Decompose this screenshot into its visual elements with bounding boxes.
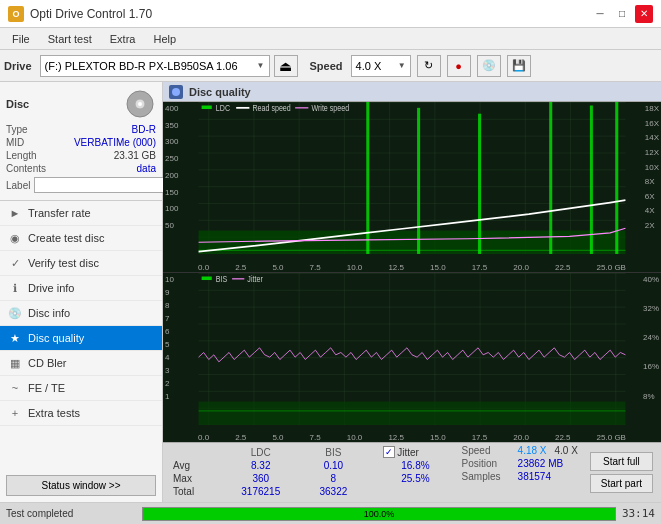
speed-current: 4.18 X (518, 445, 547, 456)
refresh-button[interactable]: ↻ (417, 55, 441, 77)
charts-container: LDC Read speed Write speed 400 350 300 2… (163, 102, 661, 442)
svg-text:BIS: BIS (216, 274, 227, 284)
length-value: 23.31 GB (114, 150, 156, 161)
progress-text: 100.0% (143, 509, 615, 519)
bis-header: BIS (302, 445, 366, 459)
disc-icon-button[interactable]: 💿 (477, 55, 501, 77)
nav-item-transfer-rate[interactable]: ►Transfer rate (0, 201, 162, 226)
jitter-checkbox[interactable]: ✓ (383, 446, 395, 458)
svg-rect-8 (366, 102, 369, 254)
svg-rect-14 (202, 106, 212, 110)
main-layout: Disc Type BD-R MID VERBATIMe (000) Lengt… (0, 82, 661, 502)
menu-start-test[interactable]: Start test (40, 31, 100, 47)
write-speed-legend: Write speed (311, 104, 349, 114)
total-ldc: 3176215 (220, 485, 302, 498)
top-chart: LDC Read speed Write speed 400 350 300 2… (163, 102, 661, 272)
nav-icon-cd-bler: ▦ (8, 356, 22, 370)
svg-point-3 (172, 88, 180, 96)
speed-key: Speed (462, 445, 514, 456)
nav-icon-transfer-rate: ► (8, 206, 22, 220)
nav-label-cd-bler: CD Bler (28, 357, 67, 369)
minimize-button[interactable]: ─ (591, 5, 609, 23)
svg-point-2 (138, 102, 142, 106)
nav-icon-disc-quality: ★ (8, 331, 22, 345)
jitter-header: Jitter (397, 447, 419, 458)
stats-bar: LDC BIS ✓ Jitter (163, 442, 661, 502)
disc-label-label: Label (6, 180, 30, 191)
nav-item-verify-test-disc[interactable]: ✓Verify test disc (0, 251, 162, 276)
stats-table: LDC BIS ✓ Jitter (167, 445, 454, 500)
eject-button[interactable]: ⏏ (274, 55, 298, 77)
bottom-chart-svg: BIS Jitter (163, 273, 661, 443)
red-icon-button[interactable]: ● (447, 55, 471, 77)
menu-extra[interactable]: Extra (102, 31, 144, 47)
nav-item-fe-te[interactable]: ~FE / TE (0, 376, 162, 401)
disc-label-input[interactable] (34, 177, 167, 193)
disc-quality-title: Disc quality (189, 86, 251, 98)
nav-item-disc-quality[interactable]: ★Disc quality (0, 326, 162, 351)
drive-value: (F:) PLEXTOR BD-R PX-LB950SA 1.06 (45, 60, 238, 72)
maximize-button[interactable]: □ (613, 5, 631, 23)
svg-rect-21 (202, 276, 212, 280)
speed-label: Speed (310, 60, 343, 72)
stats-row-total: Total 3176215 36322 (167, 485, 454, 498)
max-ldc: 360 (220, 472, 302, 485)
nav-icon-fe-te: ~ (8, 381, 22, 395)
nav-label-transfer-rate: Transfer rate (28, 207, 91, 219)
speed-setting-display: 4.0 X (555, 445, 578, 456)
svg-rect-11 (549, 102, 552, 254)
stats-row-avg: Avg 8.32 0.10 16.8% (167, 459, 454, 472)
nav-item-extra-tests[interactable]: +Extra tests (0, 401, 162, 426)
speed-info: Speed 4.18 X 4.0 X Position 23862 MB Sam… (462, 445, 578, 500)
title-bar: O Opti Drive Control 1.70 ─ □ ✕ (0, 0, 661, 28)
status-bar: Test completed 100.0% 33:14 (0, 502, 661, 524)
top-chart-svg: LDC Read speed Write speed (163, 102, 661, 272)
menu-file[interactable]: File (4, 31, 38, 47)
max-bis: 8 (302, 472, 366, 485)
start-part-button[interactable]: Start part (590, 474, 653, 493)
drive-dropdown-arrow: ▼ (257, 61, 265, 70)
svg-rect-9 (417, 108, 420, 254)
close-button[interactable]: ✕ (635, 5, 653, 23)
nav-icon-verify-test-disc: ✓ (8, 256, 22, 270)
top-x-labels: 0.0 2.5 5.0 7.5 10.0 12.5 15.0 17.5 20.0… (198, 263, 626, 272)
nav-item-disc-info[interactable]: 💿Disc info (0, 301, 162, 326)
contents-label: Contents (6, 163, 46, 174)
ldc-header: LDC (220, 445, 302, 459)
nav-item-create-test-disc[interactable]: ◉Create test disc (0, 226, 162, 251)
length-label: Length (6, 150, 37, 161)
progress-bar-container: 100.0% (142, 507, 616, 521)
start-full-button[interactable]: Start full (590, 452, 653, 471)
speed-dropdown-arrow: ▼ (398, 61, 406, 70)
nav-icon-extra-tests: + (8, 406, 22, 420)
drive-dropdown[interactable]: (F:) PLEXTOR BD-R PX-LB950SA 1.06 ▼ (40, 55, 270, 77)
menu-help[interactable]: Help (145, 31, 184, 47)
nav-label-extra-tests: Extra tests (28, 407, 80, 419)
disc-quality-icon (169, 85, 183, 99)
nav-label-disc-info: Disc info (28, 307, 70, 319)
bottom-y-labels-right: 40% 32% 24% 16% 8% (641, 273, 661, 403)
top-y-labels-right: 18X 16X 14X 12X 10X 8X 6X 4X 2X (643, 102, 661, 232)
start-buttons: Start full Start part (586, 445, 657, 500)
disc-panel: Disc Type BD-R MID VERBATIMe (000) Lengt… (0, 82, 162, 201)
stats-row-max: Max 360 8 25.5% (167, 472, 454, 485)
nav-item-drive-info[interactable]: ℹDrive info (0, 276, 162, 301)
type-label: Type (6, 124, 28, 135)
nav-label-create-test-disc: Create test disc (28, 232, 104, 244)
drive-label: Drive (4, 60, 32, 72)
top-y-labels-left: 400 350 300 250 200 150 100 50 (163, 102, 180, 232)
mid-label: MID (6, 137, 24, 148)
sidebar: Disc Type BD-R MID VERBATIMe (000) Lengt… (0, 82, 163, 502)
nav-label-verify-test-disc: Verify test disc (28, 257, 99, 269)
bottom-y-labels-left: 10 9 8 7 6 5 4 3 2 1 (163, 273, 176, 403)
speed-dropdown[interactable]: 4.0 X ▼ (351, 55, 411, 77)
svg-rect-10 (478, 114, 481, 254)
avg-jitter: 16.8% (377, 459, 453, 472)
nav-label-fe-te: FE / TE (28, 382, 65, 394)
nav-item-cd-bler[interactable]: ▦CD Bler (0, 351, 162, 376)
status-window-button[interactable]: Status window >> (6, 475, 156, 496)
svg-rect-19 (199, 401, 626, 424)
svg-rect-12 (590, 106, 593, 254)
nav-list: ►Transfer rate◉Create test disc✓Verify t… (0, 201, 162, 426)
save-button[interactable]: 💾 (507, 55, 531, 77)
